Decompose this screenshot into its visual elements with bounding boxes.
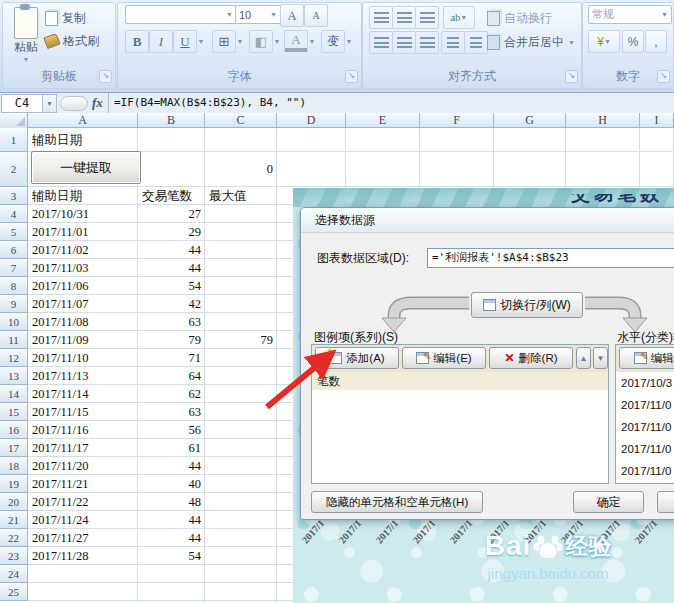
dialog-title[interactable]: 选择数据源	[301, 208, 674, 233]
wrap-text-button[interactable]: 自动换行	[487, 9, 552, 27]
row-header-13[interactable]: 13	[0, 367, 28, 385]
bold-button[interactable]: B	[125, 30, 149, 53]
row-header-19[interactable]: 19	[0, 475, 28, 493]
cell-B18[interactable]: 44	[138, 457, 205, 475]
cell-B22[interactable]: 44	[138, 529, 205, 547]
cell-B4[interactable]: 27	[138, 205, 205, 223]
font-name-select[interactable]: ▼	[125, 5, 237, 24]
column-header-F[interactable]: F	[420, 113, 494, 128]
cell-A19[interactable]: 2017/11/21	[28, 475, 138, 493]
column-header-E[interactable]: E	[346, 113, 420, 128]
cell-B21[interactable]: 44	[138, 511, 205, 529]
column-header-I[interactable]: I	[640, 113, 674, 128]
cell-A5[interactable]: 2017/11/01	[28, 223, 138, 241]
alignment-dialog-launcher[interactable]: ↘	[565, 70, 578, 83]
number-format-select[interactable]: 常规▼	[588, 5, 672, 24]
row-header-6[interactable]: 6	[0, 241, 28, 259]
series-item[interactable]: 笔数	[312, 372, 608, 390]
cell-A23[interactable]: 2017/11/28	[28, 547, 138, 565]
cell-C2[interactable]: 0	[205, 152, 277, 187]
category-item[interactable]: 2017/10/3	[616, 372, 674, 394]
row-header-12[interactable]: 12	[0, 349, 28, 367]
font-size-select[interactable]: 10▼	[235, 5, 281, 24]
borders-dropdown[interactable]: ▼	[234, 30, 246, 53]
column-header-D[interactable]: D	[277, 113, 346, 128]
row-header-15[interactable]: 15	[0, 403, 28, 421]
grow-font-button[interactable]: A	[280, 4, 304, 27]
underline-dropdown[interactable]: ▼	[195, 30, 207, 53]
row-header-25[interactable]: 25	[0, 583, 28, 601]
merge-center-button[interactable]: 合并后居中 ▼	[487, 33, 575, 51]
row-header-22[interactable]: 22	[0, 529, 28, 547]
delete-series-button[interactable]: ✕ 删除(R)	[489, 347, 573, 369]
align-right-button[interactable]	[415, 31, 439, 54]
cell-B10[interactable]: 63	[138, 313, 205, 331]
name-box-dropdown[interactable]: ▼	[42, 94, 57, 113]
cell-A10[interactable]: 2017/11/08	[28, 313, 138, 331]
fill-color-button[interactable]: ◧	[249, 30, 273, 53]
increase-indent-button[interactable]	[464, 31, 488, 54]
copy-button[interactable]: 复制	[45, 9, 86, 27]
phonetic-dropdown[interactable]: ▼	[343, 30, 355, 53]
cell-C3[interactable]: 最大值	[205, 187, 277, 205]
row-header-4[interactable]: 4	[0, 205, 28, 223]
cell-A8[interactable]: 2017/11/06	[28, 277, 138, 295]
accounting-format-button[interactable]: ¥▼	[588, 30, 620, 53]
edit-category-button[interactable]: 编辑(T)	[619, 347, 674, 369]
cell-B20[interactable]: 48	[138, 493, 205, 511]
extract-form-button[interactable]: 一键提取	[31, 151, 141, 184]
cell-B9[interactable]: 42	[138, 295, 205, 313]
cell-B14[interactable]: 62	[138, 385, 205, 403]
align-left-button[interactable]	[369, 31, 393, 54]
category-item[interactable]: 2017/11/0	[616, 394, 674, 416]
row-header-5[interactable]: 5	[0, 223, 28, 241]
formula-input[interactable]: =IF(B4=MAX(B$4:B$23), B4, "")	[114, 96, 306, 109]
cell-A12[interactable]: 2017/11/10	[28, 349, 138, 367]
align-center-button[interactable]	[392, 31, 416, 54]
decrease-indent-button[interactable]	[441, 31, 465, 54]
edit-series-button[interactable]: 编辑(E)	[402, 347, 486, 369]
cell-A15[interactable]: 2017/11/15	[28, 403, 138, 421]
align-bottom-button[interactable]	[415, 6, 439, 29]
cell-A14[interactable]: 2017/11/14	[28, 385, 138, 403]
font-color-button[interactable]: A	[284, 30, 308, 52]
cell-A13[interactable]: 2017/11/13	[28, 367, 138, 385]
cell-B8[interactable]: 54	[138, 277, 205, 295]
cell-A6[interactable]: 2017/11/02	[28, 241, 138, 259]
cell-A17[interactable]: 2017/11/17	[28, 439, 138, 457]
row-header-17[interactable]: 17	[0, 439, 28, 457]
cell-B6[interactable]: 44	[138, 241, 205, 259]
cell-B23[interactable]: 54	[138, 547, 205, 565]
cell-A4[interactable]: 2017/10/31	[28, 205, 138, 223]
cell-B5[interactable]: 29	[138, 223, 205, 241]
row-header-24[interactable]: 24	[0, 565, 28, 583]
format-painter-button[interactable]: 格式刷	[45, 32, 99, 50]
column-header-H[interactable]: H	[566, 113, 640, 128]
cell-A22[interactable]: 2017/11/27	[28, 529, 138, 547]
column-header-A[interactable]: A	[28, 113, 138, 128]
cell-A7[interactable]: 2017/11/03	[28, 259, 138, 277]
cell-A3[interactable]: 辅助日期	[28, 187, 138, 205]
cell-B15[interactable]: 63	[138, 403, 205, 421]
move-down-button[interactable]: ▼	[593, 347, 608, 369]
cell-B16[interactable]: 56	[138, 421, 205, 439]
cell-B7[interactable]: 44	[138, 259, 205, 277]
cell-B3[interactable]: 交易笔数	[138, 187, 205, 205]
cell-A9[interactable]: 2017/11/07	[28, 295, 138, 313]
row-header-9[interactable]: 9	[0, 295, 28, 313]
row-header-1[interactable]: 1	[0, 128, 28, 152]
row-header-20[interactable]: 20	[0, 493, 28, 511]
row-header-16[interactable]: 16	[0, 421, 28, 439]
cancel-button[interactable]: 取消	[657, 491, 674, 513]
row-header-18[interactable]: 18	[0, 457, 28, 475]
orientation-button[interactable]: ab▼	[443, 6, 475, 29]
cell-B12[interactable]: 71	[138, 349, 205, 367]
align-top-button[interactable]	[369, 6, 393, 29]
cell-A18[interactable]: 2017/11/20	[28, 457, 138, 475]
row-header-7[interactable]: 7	[0, 259, 28, 277]
borders-button[interactable]: ⊞	[212, 30, 236, 53]
clipboard-dialog-launcher[interactable]: ↘	[99, 70, 112, 83]
row-header-3[interactable]: 3	[0, 187, 28, 205]
switch-row-column-button[interactable]: 切换行/列(W)	[471, 292, 583, 318]
font-dialog-launcher[interactable]: ↘	[345, 70, 358, 83]
